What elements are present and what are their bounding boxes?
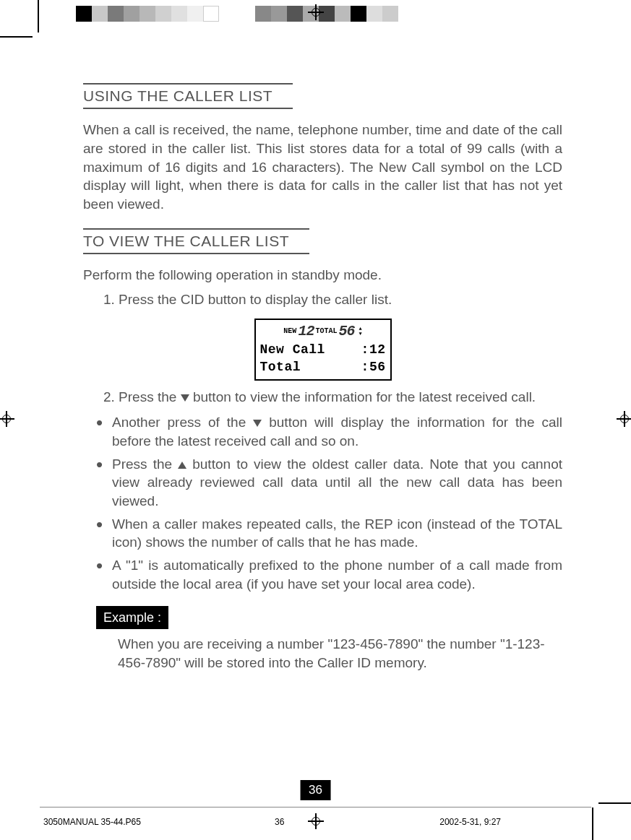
lcd-new-label: NEW (283, 326, 296, 337)
lcd-illustration: NEW 12 TOTAL 56 ▲▼ New Call :12 Total :5… (83, 319, 562, 381)
registration-mark-right (618, 412, 631, 428)
crop-mark (598, 802, 631, 804)
crop-mark (0, 36, 33, 38)
bullet-2a: Press the (112, 456, 178, 472)
paragraph-perform: Perform the following operation in stand… (83, 266, 562, 285)
down-triangle-icon (253, 420, 262, 427)
footer-filename: 3050MANUAL 35-44.P65 (43, 817, 141, 827)
bullet-1: Another press of the button will display… (96, 413, 562, 450)
paragraph-intro: When a call is received, the name, telep… (83, 121, 562, 213)
lcd-new-value: 12 (298, 321, 314, 341)
lcd-total-value: 56 (338, 321, 354, 341)
lcd-total-label: TOTAL (315, 326, 337, 337)
page-number-badge: 36 (300, 780, 331, 800)
footer-divider (40, 807, 591, 807)
footer-datetime: 2002-5-31, 9:27 (439, 817, 501, 827)
lcd-row1-right: :12 (361, 341, 386, 358)
footer: 3050MANUAL 35-44.P65 36 2002-5-31, 9:27 (43, 817, 588, 827)
step-2-text-b: button to view the information for the l… (189, 389, 536, 404)
heading-view-caller-list: TO VIEW THE CALLER LIST (83, 228, 309, 254)
registration-mark-left (0, 412, 13, 428)
registration-mark-footer (309, 815, 322, 830)
down-triangle-icon (181, 394, 189, 402)
registration-mark-icon (309, 6, 322, 19)
page-content: USING THE CALLER LIST When a call is rec… (83, 83, 562, 739)
heading-using-caller-list: USING THE CALLER LIST (83, 83, 293, 109)
lcd-row1-left: New Call (260, 341, 325, 358)
step-2-text-a: 2. Press the (103, 389, 181, 404)
lcd-arrows-icon: ▲▼ (359, 326, 361, 337)
step-1: 1. Press the CID button to display the c… (83, 290, 562, 309)
bullet-2: Press the button to view the oldest call… (96, 455, 562, 511)
bullet-3: When a caller makes repeated calls, the … (96, 515, 562, 552)
bullet-4: A "1" is automatically prefixed to the p… (96, 556, 562, 593)
bullet-list: Another press of the button will display… (83, 413, 562, 593)
step-2: 2. Press the button to view the informat… (83, 388, 562, 407)
bullet-1a: Another press of the (112, 415, 253, 430)
up-triangle-icon (178, 462, 186, 469)
example-text: When you are receiving a number "123-456… (83, 635, 562, 672)
footer-page: 36 (275, 817, 284, 827)
color-calibration-bar (76, 6, 555, 22)
example-label: Example : (96, 606, 168, 629)
lcd-row2-left: Total (260, 358, 301, 376)
lcd-row2-right: :56 (361, 358, 386, 376)
